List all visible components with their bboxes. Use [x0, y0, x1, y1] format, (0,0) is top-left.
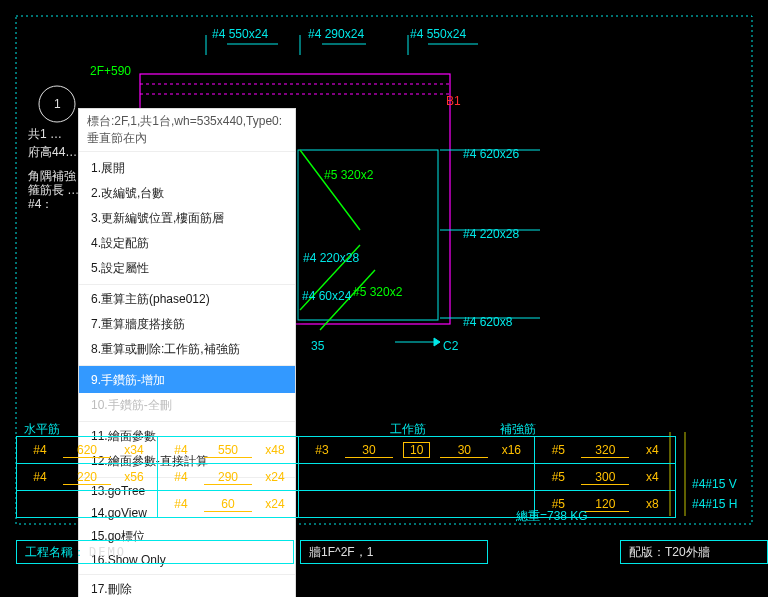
menu-item[interactable]: 9.手鑽筋-增加 — [79, 365, 295, 393]
menu-item: 10.手鑽筋-全刪 — [79, 393, 295, 418]
menu-item[interactable]: 3.更新編號位置,樓面筋層 — [79, 206, 295, 231]
table-cell: #4620x34 — [17, 437, 158, 464]
footer-version-value: 配版：T20外牆 — [629, 544, 710, 561]
footer-element-value: 牆1F^2F，1 — [309, 544, 373, 561]
table-cell: #460x24 — [158, 491, 299, 518]
table-cell: #5300x4 — [535, 464, 676, 491]
rebar-table: #4620x34#4550x48#3301030x16#5320x4#4220x… — [16, 436, 676, 518]
table-cell: #5320x4 — [535, 437, 676, 464]
svg-line-12 — [300, 245, 360, 310]
table-cell — [299, 491, 535, 518]
footer-version: 配版：T20外牆 — [620, 540, 768, 564]
menu-item[interactable]: 4.設定配筋 — [79, 231, 295, 256]
menu-item[interactable]: 2.改編號,台數 — [79, 181, 295, 206]
menu-item[interactable]: 8.重算或刪除:工作筋,補強筋 — [79, 337, 295, 362]
table-cell — [299, 464, 535, 491]
table-cell: #4220x56 — [17, 464, 158, 491]
context-menu-title: 標台:2F,1,共1台,wh=535x440,Type0:垂直節在內 — [79, 109, 295, 152]
table-cell: #5120x8 — [535, 491, 676, 518]
menu-item[interactable]: 6.重算主筋(phase012) — [79, 284, 295, 312]
cad-viewport[interactable]: { "top_labels":[ {"t":"#4 550x24","x":21… — [0, 0, 768, 597]
table-cell: #4550x48 — [158, 437, 299, 464]
svg-line-11 — [300, 150, 360, 230]
footer-project-value: DEMO — [89, 545, 126, 559]
footer-project-label: 工程名稱： — [25, 544, 85, 561]
table-cell: #4290x24 — [158, 464, 299, 491]
menu-item[interactable]: 17.刪除 — [79, 574, 295, 597]
context-menu[interactable]: 標台:2F,1,共1台,wh=535x440,Type0:垂直節在內 1.展開2… — [78, 108, 296, 597]
footer-element: 牆1F^2F，1 — [300, 540, 488, 564]
menu-item[interactable]: 5.設定屬性 — [79, 256, 295, 281]
footer-project: 工程名稱： DEMO — [16, 540, 294, 564]
svg-point-18 — [39, 86, 75, 122]
menu-item[interactable]: 7.重算牆度搭接筋 — [79, 312, 295, 337]
table-cell: #3301030x16 — [299, 437, 535, 464]
menu-item[interactable]: 1.展開 — [79, 156, 295, 181]
table-cell — [17, 491, 158, 518]
